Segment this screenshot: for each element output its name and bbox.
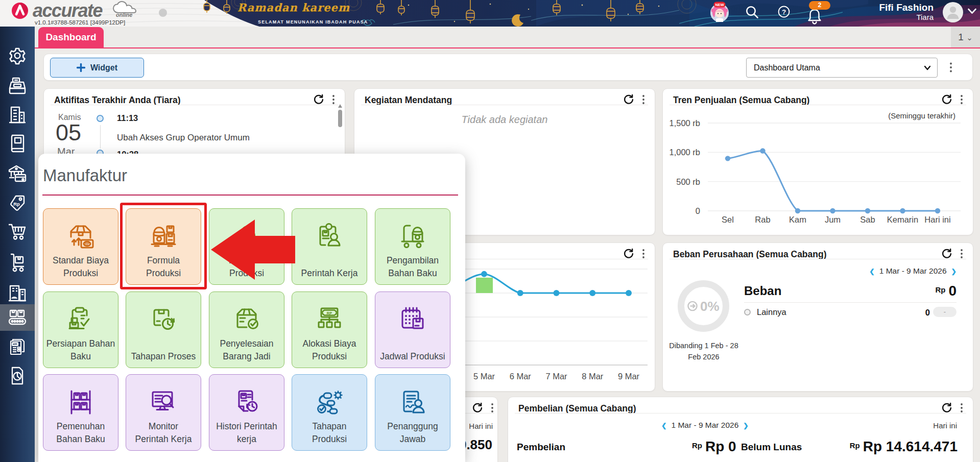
prev-range-chevron[interactable]: ❮	[661, 421, 666, 429]
brand-name[interactable]: accurate	[33, 0, 102, 21]
refresh-icon[interactable]	[472, 402, 483, 414]
data-point	[760, 148, 765, 153]
price-tag-rp-icon: Rp	[8, 193, 27, 212]
refresh-icon[interactable]	[941, 248, 952, 259]
chart-line	[728, 151, 938, 211]
bank-card-icon	[7, 164, 28, 183]
banner-title: Ramadan kareem	[192, 1, 396, 14]
compare-line2: Feb 2026	[688, 353, 719, 361]
sidebar-item-pricing[interactable]: Rp	[0, 189, 35, 216]
tile-alokasi-biaya-produksi[interactable]: RP Alokasi Biaya Produksi	[292, 291, 367, 368]
card-actions	[472, 402, 493, 414]
box-arrows-money-icon: RP	[65, 221, 96, 252]
card-title: Pembelian (Semua Cabang)	[518, 403, 636, 414]
tile-standar-biaya-produksi[interactable]: RP Standar Biaya Produksi	[43, 208, 118, 285]
refresh-icon[interactable]	[313, 94, 324, 105]
timeline-dot	[97, 115, 104, 122]
tile-monitor-perintah-kerja[interactable]: Monitor Perintah Kerja	[126, 374, 201, 451]
conveyor-boxes-icon	[7, 308, 28, 327]
sidebar-item-sales[interactable]	[0, 72, 35, 99]
notifications-bell[interactable]: 2	[805, 1, 831, 26]
user-info[interactable]: Fifi Fashion Tiara	[879, 2, 934, 21]
refresh-icon[interactable]	[941, 402, 952, 414]
sidebar-item-tax[interactable]: TAX	[0, 333, 35, 360]
sidebar-item-assets[interactable]	[0, 280, 35, 306]
sidebar-item-purchases[interactable]	[0, 218, 35, 245]
user-subtitle: Tiara	[879, 13, 934, 21]
card-title: Kegiatan Mendatang	[365, 95, 452, 106]
dashboard-select[interactable]: Dashboard Utama	[746, 58, 938, 78]
x-axis-label: Hari ini	[924, 215, 950, 224]
belum-lunas-value: RpRp 14.614.471	[850, 439, 958, 455]
svg-text:RP: RP	[85, 242, 90, 246]
chart-line	[448, 274, 629, 293]
dashboard-toolbar: Widget Dashboard Utama	[43, 54, 973, 81]
kebab-menu-icon[interactable]	[491, 403, 493, 412]
date-range-nav: ❮ 1 Mar - 9 Mar 2026 ❯	[869, 266, 957, 276]
data-point	[795, 208, 800, 213]
sidebar-item-banking[interactable]	[0, 160, 35, 187]
amount-value: Rp 14.614.471	[863, 439, 958, 454]
donut-compare-label: Dibanding 1 Feb - 28Feb 2026	[668, 340, 739, 362]
add-widget-button[interactable]: Widget	[50, 58, 144, 78]
beban-item-lainnya[interactable]: Lainnya	[744, 307, 786, 317]
kebab-menu-icon[interactable]	[961, 403, 963, 412]
tile-tahapan-proses[interactable]: Tahapan Proses	[126, 291, 201, 368]
scrollbar-thumb[interactable]	[338, 110, 342, 127]
sidebar-item-settings[interactable]	[0, 42, 35, 69]
gear-icon	[8, 46, 27, 65]
x-axis-label: 7 Mar	[545, 372, 567, 381]
sidebar-item-company[interactable]	[0, 102, 35, 128]
tile-perintah-kerja[interactable]: Perintah Kerja	[292, 208, 367, 285]
plus-icon	[77, 63, 85, 72]
toolbar-kebab-menu[interactable]	[950, 62, 952, 75]
compare-line1: Dibanding 1 Feb - 28	[669, 342, 738, 350]
search-icon[interactable]	[745, 5, 759, 19]
data-point	[554, 290, 560, 296]
scroll-up-arrow-icon[interactable]	[338, 104, 342, 108]
next-range-chevron[interactable]: ❯	[743, 421, 748, 429]
tab-underline	[35, 47, 980, 48]
buildings-icon	[8, 105, 27, 125]
tile-pengambilan-bahan-baku[interactable]: Pengambilan Bahan Baku	[375, 208, 450, 285]
sidebar-item-reports[interactable]	[0, 362, 35, 389]
kebab-menu-icon[interactable]	[961, 249, 963, 258]
help-icon[interactable]: ?	[778, 6, 790, 18]
prev-range-chevron[interactable]: ❮	[869, 267, 874, 275]
tile-penyelesaian-barang-jadi[interactable]: Penyelesaian Barang Jadi	[209, 291, 284, 368]
card-beban-perusahaan: Beban Perusahaan (Semua Cabang) ❮ 1 Mar …	[662, 242, 973, 392]
user-avatar[interactable]	[942, 2, 964, 23]
user-menu-chevron-icon[interactable]	[967, 8, 977, 15]
ramadan-banner	[0, 0, 980, 27]
currency-prefix: Rp	[935, 285, 945, 294]
tab-dashboard[interactable]: Dashboard	[38, 27, 104, 47]
tile-histori-perintah-kerja[interactable]: Histori Perintah kerja	[209, 374, 284, 451]
refresh-icon[interactable]	[623, 94, 634, 105]
tab-counter[interactable]: 1 ⌄	[951, 27, 980, 47]
data-point	[725, 156, 730, 161]
tile-pemenuhan-bahan-baku[interactable]: Pemenuhan Bahan Baku	[43, 374, 118, 451]
accurate-logo-icon[interactable]	[11, 2, 29, 19]
kebab-menu-icon[interactable]	[642, 95, 644, 104]
formula-produksi-highlight-box	[120, 203, 207, 289]
tile-persiapan-bahan-baku[interactable]: Persiapan Bahan Baku	[43, 291, 118, 368]
y-axis-label: 1,000 rb	[669, 148, 700, 157]
sidebar-item-manufacturing[interactable]	[0, 304, 35, 331]
amount-value: Rp 0	[705, 439, 736, 454]
clipboard-boxes-check-icon	[65, 304, 96, 335]
kebab-menu-icon[interactable]	[332, 95, 334, 104]
card-tren-penjualan: Tren Penjualan (Semua Cabang) (Seminggu …	[662, 88, 973, 235]
card-title: Beban Perusahaan (Semua Cabang)	[673, 249, 827, 260]
sidebar-item-inventory[interactable]	[0, 250, 35, 276]
tile-jadwal-produksi[interactable]: Jadwal Produksi	[375, 291, 450, 368]
next-range-chevron[interactable]: ❯	[951, 267, 957, 275]
tab-counter-value: 1	[958, 32, 964, 42]
sidebar-nav: Rp	[0, 27, 35, 462]
sidebar-item-ledger[interactable]	[0, 130, 35, 157]
card-actions	[941, 248, 963, 259]
x-axis-label: Sel	[722, 215, 734, 224]
box-clock-icon	[148, 304, 179, 335]
tile-penanggung-jawab[interactable]: Penanggung Jawab	[375, 374, 450, 451]
tile-tahapan-produksi[interactable]: Tahapan Produksi	[292, 374, 367, 451]
whats-new-avatar[interactable]: NEW	[709, 2, 730, 22]
